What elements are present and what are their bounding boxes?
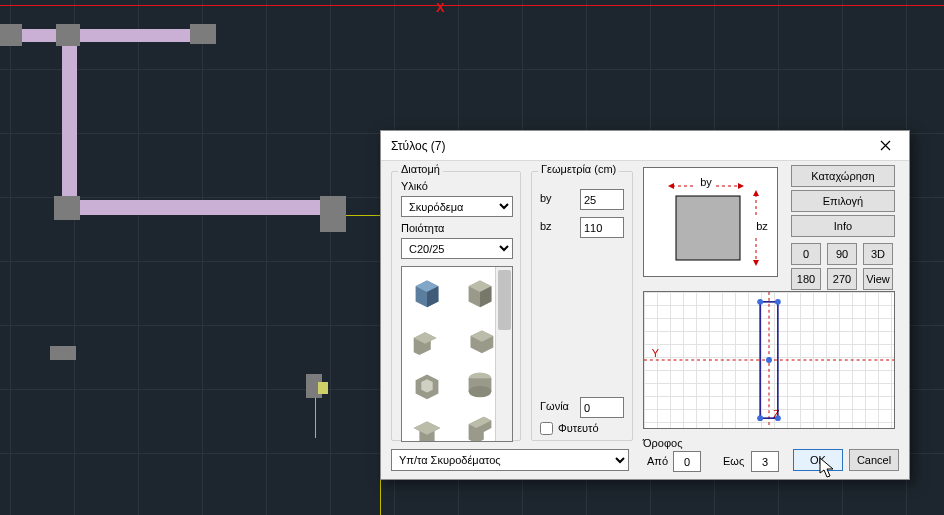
- x-axis-line: [0, 5, 944, 6]
- register-button[interactable]: Καταχώρηση: [791, 165, 895, 187]
- close-icon: [880, 140, 891, 151]
- dialog-title: Στύλος (7): [391, 139, 445, 153]
- guide-line: [315, 398, 316, 438]
- by-input[interactable]: [580, 189, 624, 210]
- view-3d-button[interactable]: 3D: [863, 243, 893, 265]
- planted-label: Φυτευτό: [558, 422, 599, 434]
- shape-option-l1[interactable]: [406, 317, 448, 359]
- plan-preview: Y Z: [643, 291, 895, 429]
- angle-input[interactable]: [580, 397, 624, 418]
- material-select[interactable]: Σκυρόδεμα: [401, 196, 513, 217]
- section-fieldset: Διατομή Υλικό Σκυρόδεμα Ποιότητα C20/25: [391, 171, 521, 441]
- shape-list[interactable]: [401, 266, 513, 442]
- svg-marker-28: [753, 190, 759, 196]
- by-label: by: [540, 192, 552, 204]
- column-node: [54, 196, 80, 220]
- close-button[interactable]: [865, 133, 905, 159]
- svg-text:Y: Y: [652, 347, 659, 359]
- column-node: [0, 24, 22, 46]
- svg-point-36: [775, 299, 781, 305]
- section-legend: Διατομή: [398, 163, 443, 175]
- guide-line: [380, 480, 381, 515]
- section-preview: by bz: [643, 167, 778, 277]
- dialog-titlebar[interactable]: Στύλος (7): [381, 131, 909, 161]
- shape-option-cube1[interactable]: [406, 271, 448, 313]
- geometry-fieldset: Γεωμετρία (cm) by bz Γωνία Φυτευτό: [531, 171, 633, 441]
- preview-bz-label: bz: [756, 220, 768, 232]
- wall-segment: [62, 42, 77, 210]
- svg-marker-16: [414, 421, 441, 434]
- shape-scrollbar[interactable]: [495, 267, 512, 441]
- guide-line: [346, 215, 380, 216]
- column-node: [50, 346, 76, 360]
- geometry-legend: Γεωμετρία (cm): [538, 163, 619, 175]
- info-button[interactable]: Info: [791, 215, 895, 237]
- wall-segment: [77, 200, 324, 215]
- rotate-270-button[interactable]: 270: [827, 268, 857, 290]
- select-button[interactable]: Επιλογή: [791, 190, 895, 212]
- svg-marker-24: [738, 183, 744, 189]
- svg-marker-23: [668, 183, 674, 189]
- svg-point-37: [766, 357, 772, 363]
- column-dialog: Στύλος (7) Διατομή Υλικό Σκυρόδεμα Ποιότ…: [380, 130, 910, 480]
- preview-by-label: by: [700, 176, 712, 188]
- bz-input[interactable]: [580, 217, 624, 238]
- svg-point-14: [469, 386, 492, 397]
- column-node: [56, 24, 80, 46]
- shape-option-t[interactable]: [406, 409, 448, 441]
- quality-select[interactable]: C20/25: [401, 238, 513, 259]
- angle-label: Γωνία: [540, 400, 569, 412]
- ok-button[interactable]: OK: [793, 449, 843, 471]
- shape-option-u[interactable]: [406, 363, 448, 405]
- bz-label: bz: [540, 220, 552, 232]
- rotate-90-button[interactable]: 90: [827, 243, 857, 265]
- quality-label: Ποιότητα: [401, 222, 444, 234]
- svg-point-35: [757, 299, 763, 305]
- cancel-button[interactable]: Cancel: [849, 449, 899, 471]
- marker: [318, 382, 328, 394]
- wall-segment: [0, 29, 200, 42]
- column-node: [320, 196, 346, 232]
- material-label: Υλικό: [401, 180, 428, 192]
- dialog-footer: Υπ/τα Σκυροδέματος OK Cancel: [381, 441, 909, 479]
- x-axis-label: X: [436, 0, 445, 15]
- column-node: [190, 24, 216, 44]
- rotate-180-button[interactable]: 180: [791, 268, 821, 290]
- substrate-select[interactable]: Υπ/τα Σκυροδέματος: [391, 449, 629, 471]
- scroll-thumb[interactable]: [498, 270, 511, 330]
- svg-point-39: [775, 415, 781, 421]
- svg-point-38: [757, 415, 763, 421]
- svg-marker-29: [753, 260, 759, 266]
- dialog-body: Διατομή Υλικό Σκυρόδεμα Ποιότητα C20/25: [381, 161, 909, 479]
- rotate-0-button[interactable]: 0: [791, 243, 821, 265]
- view-button[interactable]: View: [863, 268, 893, 290]
- svg-rect-25: [676, 196, 740, 260]
- planted-checkbox[interactable]: [540, 422, 553, 435]
